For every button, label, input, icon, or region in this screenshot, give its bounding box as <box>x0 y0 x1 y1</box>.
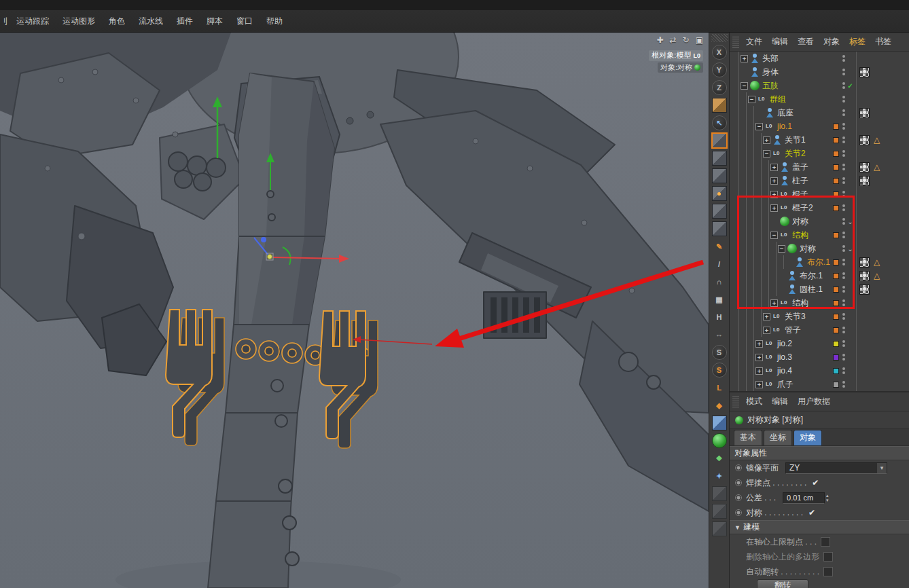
point-mode-tool[interactable] <box>712 186 727 201</box>
enabled-check-icon[interactable]: ✓ <box>846 82 854 90</box>
anim-toggle-icon[interactable] <box>735 509 742 516</box>
checkbox-unchecked[interactable] <box>823 552 833 562</box>
tree-row[interactable]: + 关节1 <box>730 133 909 147</box>
tree-row[interactable]: + 关节3 <box>730 310 909 323</box>
expander-icon[interactable]: + <box>770 177 778 185</box>
tree-row[interactable]: 底座 <box>730 106 909 120</box>
workplane-tool[interactable] <box>712 98 727 113</box>
checkbox-checked[interactable]: ✔ <box>810 478 820 488</box>
layer-color-swatch[interactable] <box>833 110 839 116</box>
visibility-dots-icon[interactable] <box>840 286 846 293</box>
expander-icon[interactable]: + <box>770 164 778 171</box>
phong-tag-icon[interactable] <box>872 135 882 145</box>
layer-color-swatch[interactable] <box>833 246 839 252</box>
layer-color-swatch[interactable] <box>833 382 839 388</box>
section-object-properties[interactable]: 对象属性 <box>730 446 909 460</box>
extra-tool-2[interactable] <box>712 504 727 519</box>
visibility-dots-icon[interactable] <box>840 96 846 103</box>
viewport-canvas[interactable] <box>0 33 709 588</box>
layer-color-swatch[interactable] <box>833 191 839 198</box>
tree-row[interactable]: + jio.4 <box>730 364 909 378</box>
tree-row[interactable]: + 结构 <box>730 296 909 310</box>
layer-color-swatch[interactable] <box>833 96 839 103</box>
cube-primitive-tool[interactable] <box>712 416 727 430</box>
tree-row[interactable]: + 柱子 <box>730 174 909 187</box>
anim-toggle-icon[interactable] <box>735 494 742 501</box>
layer-color-swatch[interactable] <box>833 219 839 225</box>
expander-icon[interactable]: + <box>755 340 763 348</box>
subdivision-tool[interactable]: H <box>712 310 727 325</box>
tree-row[interactable]: 圆柱.1 <box>730 282 909 296</box>
visibility-dots-icon[interactable] <box>840 232 846 238</box>
tab-inactive[interactable]: 基本 <box>734 430 762 445</box>
visibility-dots-icon[interactable] <box>840 204 846 211</box>
material-tag-icon[interactable] <box>859 257 870 268</box>
expander-icon[interactable]: + <box>755 381 763 388</box>
expander-icon[interactable]: + <box>755 354 763 361</box>
tree-row[interactable]: 布尔.1 <box>730 255 909 269</box>
extra-tool-3[interactable] <box>712 521 727 536</box>
am-menu-item[interactable]: 编辑 <box>768 394 792 409</box>
mirror-plane-select[interactable]: ZY▾ <box>785 462 887 474</box>
visibility-dots-icon[interactable] <box>840 367 846 374</box>
texture-mode-tool[interactable] <box>712 151 727 166</box>
visibility-dots-icon[interactable] <box>840 327 846 333</box>
visibility-dots-icon[interactable] <box>840 354 846 361</box>
cloner-tool[interactable]: ❖ <box>712 451 727 466</box>
expander-icon[interactable]: − <box>748 96 755 103</box>
viewport-rotate-icon[interactable]: ↻ <box>683 35 690 45</box>
object-mode-tool[interactable] <box>712 168 727 183</box>
tree-row[interactable]: − 群组 <box>730 92 909 106</box>
layer-color-swatch[interactable] <box>833 259 839 265</box>
layer-color-swatch[interactable] <box>833 205 839 211</box>
layer-color-swatch[interactable] <box>833 69 839 75</box>
layer-color-swatch[interactable] <box>833 327 839 333</box>
chevron-down-icon[interactable]: ⌄ <box>846 245 854 253</box>
tab-inactive[interactable]: 坐标 <box>764 430 792 445</box>
tree-row[interactable]: − jio.1 <box>730 120 909 133</box>
visibility-dots-icon[interactable] <box>840 313 846 320</box>
menu-item[interactable]: 流水线 <box>132 14 170 29</box>
lock-y-tool[interactable]: Y <box>712 62 727 77</box>
layer-color-swatch[interactable] <box>833 341 839 347</box>
expander-icon[interactable]: − <box>770 232 778 239</box>
menu-item[interactable]: 窗口 <box>230 14 260 29</box>
phong-tag-icon[interactable] <box>872 257 882 268</box>
visibility-dots-icon[interactable] <box>840 381 846 388</box>
visibility-dots-icon[interactable] <box>840 55 846 62</box>
layer-color-swatch[interactable] <box>833 273 839 279</box>
layer-color-swatch[interactable] <box>833 56 839 62</box>
checkbox-unchecked[interactable] <box>823 567 833 576</box>
checkbox-checked[interactable]: ✔ <box>807 508 817 517</box>
array-tool[interactable]: ▦ <box>712 292 727 307</box>
checkbox-unchecked[interactable] <box>821 537 830 547</box>
tree-row[interactable]: + jio.2 <box>730 337 909 350</box>
collapse-triangle-icon[interactable]: ▼ <box>734 524 741 531</box>
layer-color-swatch[interactable] <box>833 83 839 89</box>
om-menu-item[interactable]: 标签 <box>845 35 870 49</box>
flip-button[interactable]: 翻转 <box>757 579 808 588</box>
viewport-dolly-icon[interactable]: ⇄ <box>670 35 677 45</box>
auto-snap-tool[interactable]: S <box>712 363 727 378</box>
visibility-dots-icon[interactable] <box>840 245 846 252</box>
tree-row[interactable]: − 结构 <box>730 228 909 242</box>
tree-row[interactable]: + jio.3 <box>730 350 909 364</box>
menu-item[interactable]: 脚本 <box>200 14 230 29</box>
chevron-down-icon[interactable]: ▾ <box>877 463 887 473</box>
tree-row[interactable]: − 五肢 ✓ <box>730 79 909 92</box>
tree-row[interactable]: + 盖子 <box>730 160 909 174</box>
toolbar-grip[interactable] <box>711 34 728 42</box>
viewport-maximize-icon[interactable]: ▣ <box>696 35 703 45</box>
extra-tool-1[interactable] <box>712 486 727 501</box>
visibility-dots-icon[interactable] <box>840 272 846 279</box>
tree-row[interactable]: + 管子 <box>730 323 909 337</box>
layer-color-swatch[interactable] <box>833 300 839 306</box>
layer-color-swatch[interactable] <box>833 232 839 238</box>
tree-row[interactable]: + 头部 <box>730 52 909 65</box>
menu-item[interactable]: 帮助 <box>260 14 289 29</box>
expander-icon[interactable]: − <box>741 82 748 90</box>
tab-active[interactable]: 对象 <box>794 430 822 445</box>
menu-item[interactable]: 运动图形 <box>56 14 102 29</box>
tree-row[interactable]: + 爪子 <box>730 378 909 391</box>
panel-grip-icon[interactable] <box>732 397 739 407</box>
